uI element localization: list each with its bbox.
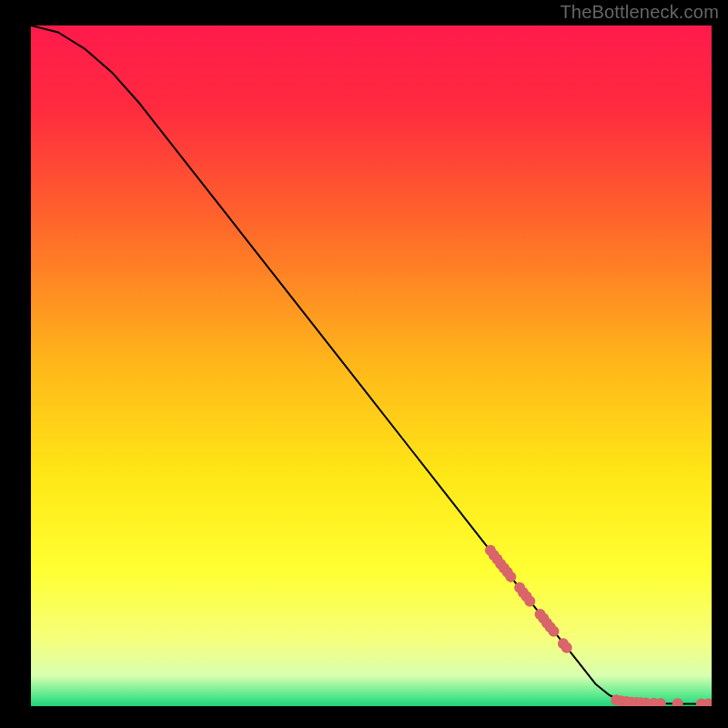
data-marker <box>561 642 572 653</box>
gradient-background <box>31 25 712 706</box>
plot-area <box>31 25 712 706</box>
chart-svg <box>31 25 712 706</box>
chart-frame: TheBottleneck.com <box>0 0 728 728</box>
data-marker <box>524 596 535 607</box>
attribution-label: TheBottleneck.com <box>560 2 719 23</box>
data-marker <box>505 571 516 582</box>
data-marker <box>548 626 559 637</box>
